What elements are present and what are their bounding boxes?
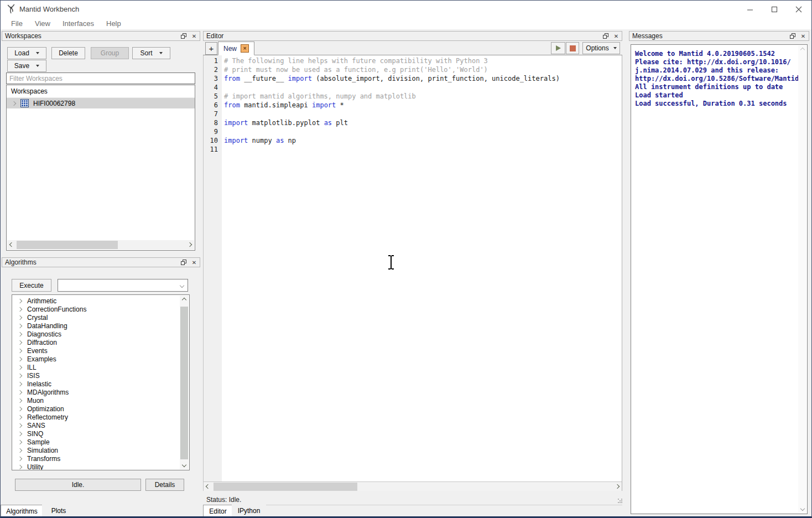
algorithm-categories-list[interactable]: ArithmeticCorrectionFunctionsCrystalData… <box>12 294 190 470</box>
resize-grip-icon[interactable] <box>618 499 619 500</box>
algorithm-category[interactable]: MDAlgorithms <box>12 388 180 396</box>
scrollbar-thumb[interactable] <box>17 241 118 249</box>
expand-chevron-icon[interactable] <box>18 448 22 452</box>
float-panel-icon[interactable] <box>603 33 608 39</box>
expand-chevron-icon[interactable] <box>18 456 22 460</box>
expand-chevron-icon[interactable] <box>18 423 22 427</box>
scroll-right-icon[interactable] <box>185 240 194 249</box>
algorithm-category[interactable]: Reflectometry <box>12 413 180 421</box>
new-script-button[interactable]: + <box>205 42 217 55</box>
expand-chevron-icon[interactable] <box>12 101 16 105</box>
expand-chevron-icon[interactable] <box>18 365 22 369</box>
messages-vertical-scrollbar[interactable] <box>798 45 806 513</box>
expand-chevron-icon[interactable] <box>18 340 22 344</box>
code-editor[interactable]: 1# The following line helps with future … <box>203 55 622 491</box>
algorithm-category[interactable]: CorrectionFunctions <box>12 305 180 313</box>
algorithm-category[interactable]: SINQ <box>12 429 180 438</box>
run-button[interactable] <box>551 42 565 54</box>
maximize-button[interactable] <box>766 3 783 15</box>
tab-ipython[interactable]: IPython <box>232 505 266 517</box>
algorithm-category[interactable]: DataHandling <box>12 322 180 330</box>
load-button[interactable]: Load <box>7 47 46 59</box>
algorithm-category[interactable]: Transforms <box>12 454 180 463</box>
scroll-left-icon[interactable] <box>7 240 16 249</box>
tab-close-icon[interactable] <box>241 44 249 53</box>
delete-button[interactable]: Delete <box>51 47 85 59</box>
menu-view[interactable]: View <box>29 18 56 29</box>
script-tab-new[interactable]: New <box>218 42 254 55</box>
algorithm-category[interactable]: Examples <box>12 355 180 363</box>
close-button[interactable] <box>790 3 807 15</box>
menu-interfaces[interactable]: Interfaces <box>56 18 100 29</box>
scroll-right-icon[interactable] <box>613 482 622 491</box>
tab-plots[interactable]: Plots <box>42 505 75 517</box>
workspaces-horizontal-scrollbar[interactable] <box>7 240 194 250</box>
save-button[interactable]: Save <box>7 60 46 72</box>
algorithms-vertical-scrollbar[interactable] <box>180 296 189 469</box>
menu-file[interactable]: File <box>5 18 29 29</box>
scroll-left-icon[interactable] <box>204 482 212 491</box>
algorithm-category[interactable]: ISIS <box>12 371 180 380</box>
tab-algorithms[interactable]: Algorithms <box>1 505 43 517</box>
expand-chevron-icon[interactable] <box>18 431 22 436</box>
group-button[interactable]: Group <box>91 47 129 59</box>
expand-chevron-icon[interactable] <box>18 348 22 353</box>
algorithm-category[interactable]: Arithmetic <box>12 297 180 305</box>
stop-button[interactable] <box>566 42 579 54</box>
algorithm-category[interactable]: Crystal <box>12 313 180 322</box>
details-button[interactable]: Details <box>145 479 184 491</box>
script-tab-label: New <box>223 45 237 53</box>
expand-chevron-icon[interactable] <box>18 439 22 444</box>
scroll-up-icon[interactable] <box>798 45 807 54</box>
algorithm-category[interactable]: Inelastic <box>12 380 180 388</box>
expand-chevron-icon[interactable] <box>18 307 22 311</box>
messages-log[interactable]: Welcome to Mantid 4.0.20190605.1542Pleas… <box>631 44 808 514</box>
expand-chevron-icon[interactable] <box>18 323 22 328</box>
algorithm-category[interactable]: Optimization <box>12 405 180 413</box>
algorithm-category[interactable]: Simulation <box>12 446 180 454</box>
algorithm-category[interactable]: Sample <box>12 438 180 446</box>
float-panel-icon[interactable] <box>790 33 795 39</box>
expand-chevron-icon[interactable] <box>18 398 22 402</box>
expand-chevron-icon[interactable] <box>18 381 22 386</box>
minimize-button[interactable] <box>742 3 758 15</box>
algorithm-category[interactable]: SANS <box>12 421 180 429</box>
sort-button[interactable]: Sort <box>132 47 170 59</box>
algorithm-category[interactable]: Events <box>12 346 180 355</box>
execute-button[interactable]: Execute <box>12 279 51 292</box>
workspaces-tree[interactable]: Workspaces HIFI00062798 <box>6 85 195 251</box>
menu-help[interactable]: Help <box>100 18 127 29</box>
close-panel-icon[interactable] <box>191 259 197 266</box>
expand-chevron-icon[interactable] <box>18 464 22 469</box>
algorithm-category[interactable]: Muon <box>12 396 180 405</box>
expand-chevron-icon[interactable] <box>18 406 22 411</box>
scrollbar-thumb[interactable] <box>214 483 357 491</box>
scroll-up-icon[interactable] <box>180 296 189 304</box>
expand-chevron-icon[interactable] <box>18 331 22 336</box>
algorithm-progress-button[interactable]: Idle. <box>15 479 141 491</box>
expand-chevron-icon[interactable] <box>18 390 22 394</box>
scroll-down-icon[interactable] <box>180 460 189 469</box>
algorithm-search-combobox[interactable] <box>58 279 188 292</box>
options-button[interactable]: Options <box>582 42 620 54</box>
algorithm-category[interactable]: Utility <box>12 463 180 470</box>
close-panel-icon[interactable] <box>613 33 619 39</box>
expand-chevron-icon[interactable] <box>18 315 22 319</box>
expand-chevron-icon[interactable] <box>18 298 22 303</box>
editor-horizontal-scrollbar[interactable] <box>204 481 622 491</box>
algorithm-category[interactable]: Diagnostics <box>12 330 180 338</box>
expand-chevron-icon[interactable] <box>18 356 22 361</box>
algorithm-category[interactable]: ILL <box>12 363 180 371</box>
expand-chevron-icon[interactable] <box>18 373 22 377</box>
tab-editor[interactable]: Editor <box>203 505 233 517</box>
expand-chevron-icon[interactable] <box>18 415 22 419</box>
scroll-down-icon[interactable] <box>798 504 807 513</box>
float-panel-icon[interactable] <box>181 33 186 39</box>
workspace-tree-item[interactable]: HIFI00062798 <box>7 98 195 108</box>
float-panel-icon[interactable] <box>181 260 186 265</box>
scrollbar-thumb[interactable] <box>180 307 188 459</box>
close-panel-icon[interactable] <box>191 33 197 39</box>
filter-workspaces-input[interactable] <box>6 72 195 84</box>
algorithm-category[interactable]: Diffraction <box>12 338 180 346</box>
close-panel-icon[interactable] <box>800 33 806 39</box>
